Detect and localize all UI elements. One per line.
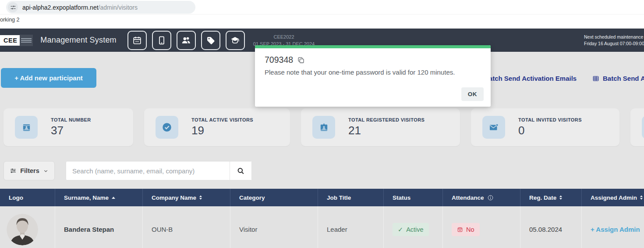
- batch-send-activation-link[interactable]: Batch Send Activation Emails: [484, 75, 577, 82]
- modal-accent-bar: [255, 45, 491, 48]
- stat-card-invited: TOTAL INVITED VISITORS 0: [471, 108, 619, 146]
- stat-value: 0: [518, 124, 582, 137]
- maintenance-line2: Friday 16 August 07:00-09:00: [584, 40, 644, 47]
- site-settings-icon[interactable]: [8, 2, 18, 12]
- url-path: /admin/visitors: [99, 4, 138, 11]
- otp-message: Please note that your one-time password …: [265, 68, 481, 76]
- page-url: api-alpha2.expoplatform.net/admin/visito…: [22, 4, 138, 11]
- stat-label: TOTAL REGISTERED VISITORS: [348, 117, 425, 122]
- sort-icon: [640, 195, 643, 200]
- filters-label: Filters: [20, 167, 39, 174]
- col-reg-date[interactable]: Reg. Date: [520, 189, 581, 206]
- col-label: Job Title: [327, 194, 351, 201]
- users-icon[interactable]: [177, 31, 196, 50]
- stat-card-active: TOTAL ACTIVE VISITORS 19: [144, 108, 290, 146]
- sort-icon: [199, 195, 202, 200]
- col-label: Assigned Admin: [591, 194, 637, 201]
- attendance-label: No: [466, 226, 474, 233]
- info-icon[interactable]: [487, 194, 494, 201]
- cell-category: Visitor: [230, 206, 318, 248]
- col-label: Company Name: [152, 194, 196, 201]
- browser-chrome: api-alpha2.expoplatform.net/admin/visito…: [0, 0, 644, 29]
- assign-admin-link[interactable]: + Assign Admin: [591, 226, 640, 233]
- calendar-x-icon: [457, 226, 463, 233]
- table-header: Logo Surname, Name Company Name Category…: [0, 189, 644, 206]
- col-surname-name[interactable]: Surname, Name: [55, 189, 142, 206]
- search-button[interactable]: [230, 162, 251, 180]
- batch-activation-label: Batch Send Activation Emails: [484, 75, 577, 82]
- search-input[interactable]: [66, 162, 230, 180]
- cell-status: ✓Active: [383, 206, 442, 248]
- table-row: Bandera Stepan OUN-B Visitor Leader ✓Act…: [0, 206, 644, 248]
- col-label: Attendance: [452, 194, 484, 201]
- grid-icon: [592, 75, 599, 82]
- col-job-title: Job Title: [318, 189, 383, 206]
- attendance-badge: No: [452, 223, 480, 236]
- cell-reg-date: 05.08.2024: [520, 206, 581, 248]
- search-icon: [237, 167, 245, 175]
- stat-label: TOTAL ACTIVE VISITORS: [191, 117, 253, 122]
- url-domain: api-alpha2.expoplatform.net: [22, 4, 99, 11]
- calendar-icon[interactable]: [127, 31, 147, 50]
- stats-cards: TOTAL NUMBER 37 TOTAL ACTIVE VISITORS 19: [4, 108, 644, 146]
- tag-icon[interactable]: [201, 31, 220, 50]
- address-bar-row: api-alpha2.expoplatform.net/admin/visito…: [0, 0, 644, 14]
- otp-code: 709348: [265, 55, 293, 65]
- id-badge-icon: [312, 116, 335, 139]
- check-icon: ✓: [398, 226, 403, 233]
- col-label: Reg. Date: [529, 194, 556, 201]
- col-company-name[interactable]: Company Name: [142, 189, 230, 206]
- cell-company: OUN-B: [142, 206, 230, 248]
- col-label: Logo: [9, 194, 23, 201]
- cell-attendance: No: [442, 206, 520, 248]
- address-bar[interactable]: api-alpha2.expoplatform.net/admin/visito…: [6, 1, 195, 14]
- chevron-down-icon: [43, 168, 49, 174]
- col-label: Category: [239, 194, 265, 201]
- app-title: Management System: [40, 36, 116, 45]
- maintenance-notice: Next scheduled maintenance wi Friday 16 …: [584, 34, 644, 47]
- sliders-icon: [10, 167, 17, 174]
- status-badge: ✓Active: [393, 223, 429, 236]
- logo-subtext: [20, 35, 33, 46]
- stat-value: 21: [348, 124, 425, 137]
- id-badge-icon: [15, 116, 38, 139]
- status-label: Active: [406, 226, 424, 233]
- stat-card-registered: TOTAL REGISTERED VISITORS 21: [301, 108, 460, 146]
- graduation-cap-icon[interactable]: [226, 31, 245, 50]
- add-participant-button[interactable]: + Add new participant: [1, 68, 96, 88]
- sort-asc-icon: [112, 197, 115, 199]
- col-assigned-admin[interactable]: Assigned Admin: [581, 189, 644, 206]
- col-logo: Logo: [0, 189, 55, 206]
- event-name: CEE2022: [249, 33, 319, 40]
- sort-icon: [559, 195, 562, 200]
- ok-button[interactable]: OK: [461, 87, 484, 101]
- stat-card-clipped: [630, 108, 644, 146]
- stat-value: 37: [51, 124, 91, 137]
- col-label: Status: [393, 194, 410, 201]
- page: api-alpha2.expoplatform.net/admin/visito…: [0, 0, 644, 248]
- cell-job-title: Leader: [318, 206, 383, 248]
- stat-card-total: TOTAL NUMBER 37: [4, 108, 133, 146]
- logo-text: CEE: [0, 35, 20, 46]
- clipped-icon: [642, 116, 644, 139]
- mobile-icon[interactable]: [152, 31, 171, 50]
- cee-logo[interactable]: CEE: [0, 34, 33, 47]
- col-category: Category: [230, 189, 318, 206]
- stat-value: 19: [191, 124, 253, 137]
- otp-modal: 709348 Please note that your one-time pa…: [255, 45, 491, 107]
- copy-icon[interactable]: [297, 56, 305, 64]
- batch-send-link[interactable]: Batch Send A: [592, 75, 644, 82]
- cell-logo: [0, 206, 55, 248]
- batch-send-label: Batch Send A: [603, 75, 644, 82]
- col-attendance: Attendance: [442, 189, 520, 206]
- col-label: Surname, Name: [64, 194, 109, 201]
- avatar: [7, 214, 38, 245]
- stat-label: TOTAL INVITED VISITORS: [518, 117, 582, 122]
- stat-label: TOTAL NUMBER: [51, 117, 91, 122]
- mail-icon: [482, 116, 505, 139]
- bookmark-item[interactable]: orking 2: [0, 17, 19, 23]
- filters-button[interactable]: Filters: [4, 161, 55, 180]
- col-status: Status: [383, 189, 442, 206]
- search-bar: [66, 161, 252, 180]
- cell-assigned-admin: + Assign Admin: [581, 206, 644, 248]
